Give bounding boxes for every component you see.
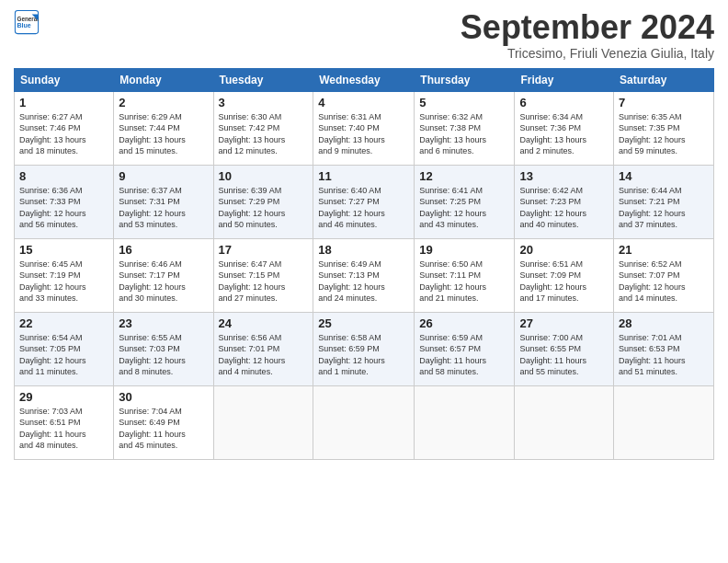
col-header-wednesday: Wednesday [313,68,415,91]
calendar-cell: 30Sunrise: 7:04 AM Sunset: 6:49 PM Dayli… [114,385,213,459]
col-header-sunday: Sunday [15,68,114,91]
day-number: 10 [219,169,309,183]
cell-info: Sunrise: 7:04 AM Sunset: 6:49 PM Dayligh… [119,406,208,452]
day-number: 9 [119,169,208,183]
calendar-cell: 25Sunrise: 6:58 AM Sunset: 6:59 PM Dayli… [313,312,415,385]
calendar-cell: 9Sunrise: 6:37 AM Sunset: 7:31 PM Daylig… [114,165,213,238]
calendar-cell: 14Sunrise: 6:44 AM Sunset: 7:21 PM Dayli… [614,165,714,238]
day-number: 30 [119,390,208,404]
calendar-cell: 8Sunrise: 6:36 AM Sunset: 7:33 PM Daylig… [15,165,114,238]
day-number: 7 [619,96,709,109]
cell-info: Sunrise: 6:34 AM Sunset: 7:36 PM Dayligh… [519,111,609,157]
cell-info: Sunrise: 6:47 AM Sunset: 7:15 PM Dayligh… [219,259,309,304]
cell-info: Sunrise: 6:30 AM Sunset: 7:42 PM Dayligh… [219,111,309,157]
day-number: 21 [619,243,709,257]
day-number: 15 [19,243,108,257]
calendar-cell: 18Sunrise: 6:49 AM Sunset: 7:13 PM Dayli… [313,238,415,312]
cell-info: Sunrise: 6:51 AM Sunset: 7:09 PM Dayligh… [519,259,609,304]
day-number: 27 [519,316,609,330]
calendar-cell: 15Sunrise: 6:45 AM Sunset: 7:19 PM Dayli… [15,238,114,312]
cell-info: Sunrise: 6:31 AM Sunset: 7:40 PM Dayligh… [318,111,409,157]
cell-info: Sunrise: 6:44 AM Sunset: 7:21 PM Dayligh… [619,185,709,231]
calendar-cell: 13Sunrise: 6:42 AM Sunset: 7:23 PM Dayli… [515,165,614,238]
calendar-cell [415,385,515,459]
cell-info: Sunrise: 6:27 AM Sunset: 7:46 PM Dayligh… [19,111,108,157]
day-number: 11 [318,169,409,183]
day-number: 8 [19,169,108,183]
calendar-cell: 20Sunrise: 6:51 AM Sunset: 7:09 PM Dayli… [515,238,614,312]
cell-info: Sunrise: 6:37 AM Sunset: 7:31 PM Dayligh… [119,185,208,231]
day-number: 17 [219,243,309,257]
col-header-saturday: Saturday [614,68,714,91]
calendar-cell: 3Sunrise: 6:30 AM Sunset: 7:42 PM Daylig… [213,91,313,165]
calendar-cell: 22Sunrise: 6:54 AM Sunset: 7:05 PM Dayli… [15,312,114,385]
title-block: September 2024 Tricesimo, Friuli Venezia… [461,9,714,61]
cell-info: Sunrise: 6:49 AM Sunset: 7:13 PM Dayligh… [318,259,409,304]
calendar-cell: 11Sunrise: 6:40 AM Sunset: 7:27 PM Dayli… [313,165,415,238]
day-number: 4 [318,96,409,109]
calendar-cell: 29Sunrise: 7:03 AM Sunset: 6:51 PM Dayli… [15,385,114,459]
calendar-cell: 2Sunrise: 6:29 AM Sunset: 7:44 PM Daylig… [114,91,213,165]
calendar-cell: 24Sunrise: 6:56 AM Sunset: 7:01 PM Dayli… [213,312,313,385]
svg-text:Blue: Blue [17,22,31,29]
day-number: 18 [318,243,409,257]
cell-info: Sunrise: 7:03 AM Sunset: 6:51 PM Dayligh… [19,406,108,452]
month-title: September 2024 [461,9,714,46]
day-number: 24 [219,316,309,330]
calendar-cell: 5Sunrise: 6:32 AM Sunset: 7:38 PM Daylig… [415,91,515,165]
calendar-cell: 6Sunrise: 6:34 AM Sunset: 7:36 PM Daylig… [515,91,614,165]
day-number: 19 [419,243,509,257]
calendar-table: SundayMondayTuesdayWednesdayThursdayFrid… [14,68,714,460]
day-number: 1 [19,96,108,109]
cell-info: Sunrise: 7:00 AM Sunset: 6:55 PM Dayligh… [519,332,609,378]
calendar-cell: 4Sunrise: 6:31 AM Sunset: 7:40 PM Daylig… [313,91,415,165]
calendar-cell [213,385,313,459]
calendar-cell [614,385,714,459]
cell-info: Sunrise: 6:39 AM Sunset: 7:29 PM Dayligh… [219,185,309,231]
cell-info: Sunrise: 6:40 AM Sunset: 7:27 PM Dayligh… [318,185,409,231]
calendar-cell [313,385,415,459]
calendar-container: General Blue September 2024 Tricesimo, F… [0,0,728,563]
calendar-cell: 23Sunrise: 6:55 AM Sunset: 7:03 PM Dayli… [114,312,213,385]
cell-info: Sunrise: 6:54 AM Sunset: 7:05 PM Dayligh… [19,332,108,378]
calendar-cell: 26Sunrise: 6:59 AM Sunset: 6:57 PM Dayli… [415,312,515,385]
cell-info: Sunrise: 6:52 AM Sunset: 7:07 PM Dayligh… [619,259,709,304]
calendar-cell [515,385,614,459]
col-header-monday: Monday [114,68,213,91]
day-number: 2 [119,96,208,109]
cell-info: Sunrise: 6:59 AM Sunset: 6:57 PM Dayligh… [419,332,509,378]
cell-info: Sunrise: 6:35 AM Sunset: 7:35 PM Dayligh… [619,111,709,157]
cell-info: Sunrise: 6:36 AM Sunset: 7:33 PM Dayligh… [19,185,108,231]
day-number: 26 [419,316,509,330]
day-number: 20 [519,243,609,257]
day-number: 3 [219,96,309,109]
col-header-friday: Friday [515,68,614,91]
cell-info: Sunrise: 6:55 AM Sunset: 7:03 PM Dayligh… [119,332,208,378]
cell-info: Sunrise: 6:58 AM Sunset: 6:59 PM Dayligh… [318,332,409,378]
calendar-cell: 1Sunrise: 6:27 AM Sunset: 7:46 PM Daylig… [15,91,114,165]
header: General Blue September 2024 Tricesimo, F… [14,9,714,61]
calendar-cell: 16Sunrise: 6:46 AM Sunset: 7:17 PM Dayli… [114,238,213,312]
cell-info: Sunrise: 6:29 AM Sunset: 7:44 PM Dayligh… [119,111,208,157]
day-number: 5 [419,96,509,109]
day-number: 22 [19,316,108,330]
location-subtitle: Tricesimo, Friuli Venezia Giulia, Italy [461,46,714,61]
cell-info: Sunrise: 6:32 AM Sunset: 7:38 PM Dayligh… [419,111,509,157]
calendar-cell: 17Sunrise: 6:47 AM Sunset: 7:15 PM Dayli… [213,238,313,312]
calendar-cell: 12Sunrise: 6:41 AM Sunset: 7:25 PM Dayli… [415,165,515,238]
day-number: 29 [19,390,108,404]
cell-info: Sunrise: 6:50 AM Sunset: 7:11 PM Dayligh… [419,259,509,304]
day-number: 25 [318,316,409,330]
logo: General Blue [14,9,40,35]
cell-info: Sunrise: 6:42 AM Sunset: 7:23 PM Dayligh… [519,185,609,231]
calendar-cell: 27Sunrise: 7:00 AM Sunset: 6:55 PM Dayli… [515,312,614,385]
col-header-tuesday: Tuesday [213,68,313,91]
day-number: 12 [419,169,509,183]
cell-info: Sunrise: 6:46 AM Sunset: 7:17 PM Dayligh… [119,259,208,304]
calendar-cell: 21Sunrise: 6:52 AM Sunset: 7:07 PM Dayli… [614,238,714,312]
day-number: 13 [519,169,609,183]
day-number: 6 [519,96,609,109]
day-number: 23 [119,316,208,330]
cell-info: Sunrise: 7:01 AM Sunset: 6:53 PM Dayligh… [619,332,709,378]
calendar-cell: 19Sunrise: 6:50 AM Sunset: 7:11 PM Dayli… [415,238,515,312]
